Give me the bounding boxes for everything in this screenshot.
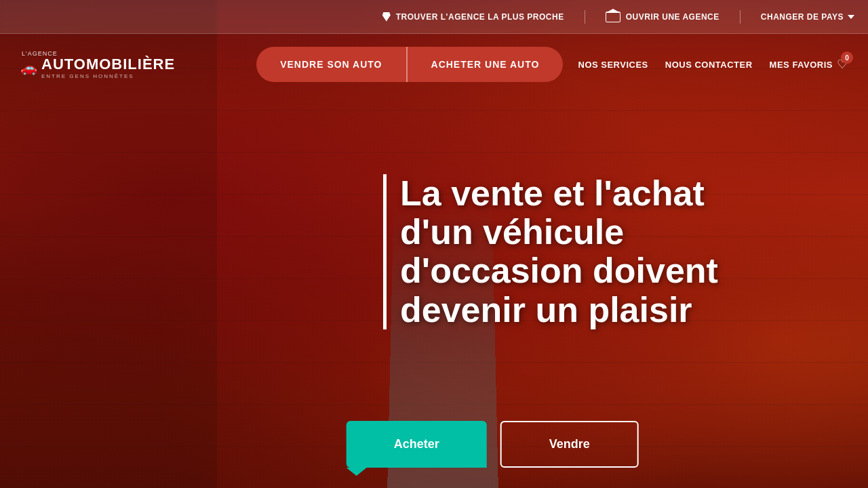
- acheter-une-auto-button[interactable]: ACHETER UNE AUTO: [406, 47, 564, 82]
- logo-area[interactable]: L'AGENCE 🚗 AUTOMOBILIÈRE ENTRE GENS HONN…: [20, 50, 175, 79]
- logo-name: AUTOMOBILIÈRE: [41, 57, 175, 72]
- acheter-bottom-button[interactable]: Acheter: [347, 421, 487, 468]
- nav-links: NOS SERVICES NOUS CONTACTER MES FAVORIS …: [578, 57, 848, 72]
- mes-favoris-link[interactable]: MES FAVORIS ♡ 0: [770, 57, 848, 72]
- car-icon: 🚗: [20, 60, 37, 76]
- favoris-badge: 0: [841, 52, 853, 64]
- logo-sub: ENTRE GENS HONNÊTES: [41, 73, 175, 79]
- hero-content: La vente et l'achat d'un véhicule d'occa…: [383, 174, 722, 329]
- nos-services-link[interactable]: NOS SERVICES: [578, 60, 648, 70]
- vendre-son-auto-button[interactable]: VENDRE SON AUTO: [256, 47, 406, 82]
- hero-text-block: La vente et l'achat d'un véhicule d'occa…: [383, 174, 722, 329]
- main-nav: L'AGENCE 🚗 AUTOMOBILIÈRE ENTRE GENS HONN…: [0, 0, 868, 95]
- nous-contacter-link[interactable]: NOUS CONTACTER: [665, 60, 753, 70]
- bottom-cta-area: Acheter Vendre: [347, 421, 639, 468]
- vendre-bottom-button[interactable]: Vendre: [500, 421, 639, 468]
- cta-buttons: VENDRE SON AUTO ACHETER UNE AUTO: [256, 47, 563, 82]
- hero-title: La vente et l'achat d'un véhicule d'occa…: [400, 174, 722, 329]
- mes-favoris-label: MES FAVORIS: [770, 60, 833, 70]
